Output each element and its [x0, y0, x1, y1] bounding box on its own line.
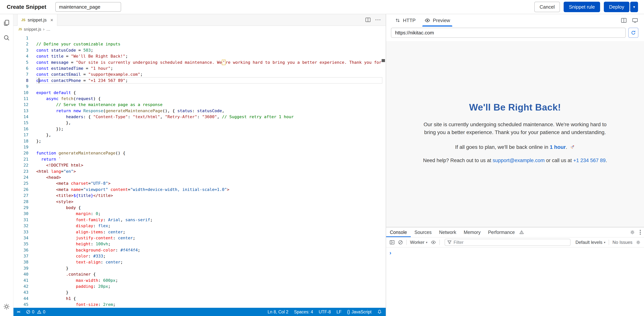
devtools-tab-memory[interactable]: Memory [460, 227, 484, 237]
code-line[interactable]: 25 <meta charset="UTF-8"> [14, 180, 382, 186]
line-number[interactable]: 21 [14, 156, 28, 162]
line-number[interactable]: 17 [14, 132, 28, 138]
line-number[interactable]: 23 [14, 168, 28, 174]
console-filter-input[interactable] [454, 240, 568, 245]
code-line[interactable]: 36 background-color: #f4f4f4; [14, 247, 382, 253]
code-line[interactable]: 11 async fetch(request) { [14, 96, 382, 102]
settings-gear-icon[interactable] [2, 302, 11, 311]
line-number[interactable]: 45 [14, 301, 28, 307]
line-number[interactable]: 43 [14, 289, 28, 295]
cancel-button[interactable]: Cancel [534, 2, 560, 12]
code-line[interactable]: 3const statusCode = 503; [14, 47, 382, 53]
breadcrumb-file[interactable]: snippet.js [24, 27, 41, 32]
remote-indicator-icon[interactable]: >< [14, 308, 23, 316]
line-number[interactable]: 34 [14, 235, 28, 241]
line-number[interactable]: 7 [14, 71, 28, 77]
deploy-button[interactable]: Deploy [604, 2, 630, 12]
line-number[interactable]: 9 [14, 84, 28, 90]
line-number[interactable]: 32 [14, 223, 28, 229]
console-sidebar-icon[interactable] [390, 240, 395, 245]
more-actions-icon[interactable]: ··· [375, 17, 381, 23]
line-number[interactable]: 35 [14, 241, 28, 247]
line-number[interactable]: 41 [14, 277, 28, 283]
phone-link[interactable]: +1 234 567 89 [573, 158, 606, 163]
line-number[interactable]: 42 [14, 283, 28, 289]
code-line[interactable]: 30 margin: 0; [14, 211, 382, 217]
line-number[interactable]: 3 [14, 47, 28, 53]
deploy-dropdown-button[interactable]: ▾ [630, 2, 638, 12]
url-input[interactable] [391, 28, 626, 38]
line-number[interactable]: 10 [14, 90, 28, 96]
code-line[interactable]: 35 height: 100vh; [14, 241, 382, 247]
live-expression-eye-icon[interactable] [431, 240, 436, 245]
line-number[interactable]: 14 [14, 114, 28, 120]
code-line[interactable]: 45 font-size: 2rem; [14, 301, 382, 307]
devtools-tab-performance[interactable]: Performance [484, 227, 518, 237]
line-number[interactable]: 12 [14, 102, 28, 108]
line-number[interactable]: 5 [14, 60, 28, 66]
code-line[interactable]: 16 }); [14, 126, 382, 132]
files-copy-icon[interactable] [2, 19, 11, 27]
code-line[interactable]: 8const contactPhone = "+1 234 567 89"; [14, 78, 382, 84]
code-line[interactable]: 29 body { [14, 205, 382, 211]
line-number[interactable]: 15 [14, 120, 28, 126]
code-line[interactable]: 34 justify-content: center; [14, 235, 382, 241]
line-number[interactable]: 39 [14, 265, 28, 271]
snippet-name-input[interactable] [55, 2, 121, 12]
line-number[interactable]: 24 [14, 174, 28, 180]
line-number[interactable]: 26 [14, 187, 28, 193]
code-line[interactable]: 28 <style> [14, 199, 382, 205]
line-number[interactable]: 25 [14, 180, 28, 186]
line-number[interactable]: 6 [14, 66, 28, 71]
code-line[interactable]: 41 max-width: 600px; [14, 277, 382, 283]
refresh-button[interactable] [628, 28, 638, 38]
line-number[interactable]: 22 [14, 162, 28, 168]
code-line[interactable]: 17 }, [14, 132, 382, 138]
split-view-icon[interactable] [621, 18, 627, 23]
code-line[interactable]: 15 }, [14, 120, 382, 126]
split-editor-icon[interactable] [365, 17, 371, 23]
tab-http[interactable]: HTTP [391, 14, 419, 27]
snippet-rule-button[interactable]: Snippet rule [564, 2, 600, 12]
code-line[interactable]: 6const estimatedTime = "1 hour"; [14, 66, 382, 71]
line-number[interactable]: 44 [14, 296, 28, 301]
devtools-tab-console[interactable]: Console [386, 227, 411, 237]
line-number[interactable]: 37 [14, 253, 28, 259]
devtools-tab-sources[interactable]: Sources [411, 227, 436, 237]
line-number[interactable]: 33 [14, 229, 28, 235]
clear-console-icon[interactable] [398, 240, 403, 245]
breadcrumb[interactable]: JS snippet.js › … [14, 26, 386, 33]
line-number[interactable]: 36 [14, 247, 28, 253]
line-number[interactable]: 40 [14, 271, 28, 277]
code-line[interactable]: 26 <meta name="viewport" content="width=… [14, 187, 382, 193]
line-number[interactable]: 11 [14, 96, 28, 102]
code-line[interactable]: 4const title = "We'll Be Right Back!"; [14, 53, 382, 59]
code-line[interactable]: 33 align-items: center; [14, 229, 382, 235]
tab-preview[interactable]: Preview [421, 14, 454, 27]
line-number[interactable]: 30 [14, 211, 28, 217]
code-line[interactable]: 37 color: #333; [14, 253, 382, 259]
line-number[interactable]: 29 [14, 205, 28, 211]
code-line[interactable]: 2// Define your customizable inputs [14, 41, 382, 47]
line-number[interactable]: 16 [14, 126, 28, 132]
code-line[interactable]: 40 .container { [14, 271, 382, 277]
code-line[interactable]: 18}; [14, 138, 382, 144]
line-number[interactable]: 31 [14, 217, 28, 223]
line-number[interactable]: 2 [14, 41, 28, 47]
line-number[interactable]: 20 [14, 150, 28, 156]
code-line[interactable]: 12 // Serve the maintenance page as a re… [14, 102, 382, 108]
code-line[interactable]: 7const contactEmail = "support@example.c… [14, 71, 382, 77]
line-number[interactable]: 38 [14, 259, 28, 265]
line-number[interactable]: 13 [14, 108, 28, 114]
indentation-setting[interactable]: Spaces: 4 [294, 309, 313, 314]
code-editor[interactable]: 12// Define your customizable inputs3con… [14, 33, 386, 308]
line-number[interactable]: 8 [14, 78, 28, 84]
code-line[interactable]: 23<html lang="en"> [14, 168, 382, 174]
search-icon[interactable] [2, 34, 11, 42]
console-settings-gear-icon[interactable] [636, 240, 641, 245]
code-line[interactable]: 39 } [14, 265, 382, 271]
code-line[interactable]: 38 text-align: center; [14, 259, 382, 265]
devtools-settings-gear-icon[interactable] [630, 230, 635, 235]
code-line[interactable]: 10export default { [14, 90, 382, 96]
code-line[interactable]: 27 <title>${title}</title> [14, 193, 382, 199]
